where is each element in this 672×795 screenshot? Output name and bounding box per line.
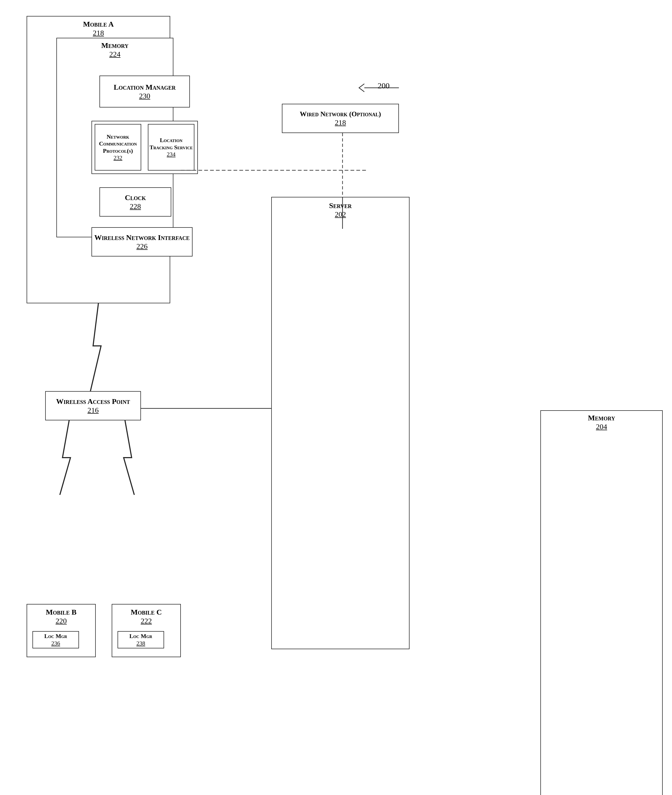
memory-a-number: 224 xyxy=(57,50,173,59)
location-tracking-title: Location Tracking Service xyxy=(149,137,194,151)
network-comm-box: Network Communication Protocol(s) 232 xyxy=(95,124,141,170)
mobile-a-box: Mobile A 218 Memory 224 Location Manager… xyxy=(27,16,170,303)
memory-server-box: Memory 204 User Database 206 User208 Lkl… xyxy=(540,410,663,795)
loc-mgr-c-title: Loc Mgr xyxy=(130,633,152,640)
wap-title: Wireless Access Point xyxy=(56,397,130,406)
wireless-ni-number: 226 xyxy=(136,242,147,251)
loc-mgr-c-number: 238 xyxy=(136,640,145,647)
location-tracking-box: Location Tracking Service 234 xyxy=(148,124,194,170)
system-number: 200 xyxy=(378,81,390,90)
wap-box: Wireless Access Point 216 xyxy=(45,391,141,420)
lightning-bolt-wap-b xyxy=(59,420,80,495)
network-comm-title: Network Communication Protocol(s) xyxy=(95,133,141,154)
location-manager-title: Location Manager xyxy=(114,83,176,92)
memory-server-title: Memory xyxy=(588,414,615,422)
wired-network-number: 218 xyxy=(335,119,346,127)
loc-mgr-b-title: Loc Mgr xyxy=(45,633,67,640)
wap-number: 216 xyxy=(88,406,99,415)
memory-a-box: Memory 224 Location Manager 230 Network … xyxy=(56,38,173,237)
mobile-b-title: Mobile B xyxy=(46,608,76,616)
server-box: Server 202 Memory 204 User Database 206 xyxy=(271,197,410,649)
mobile-b-number: 220 xyxy=(27,617,95,625)
lightning-bolt-a-wap xyxy=(88,303,109,391)
mobile-c-number: 222 xyxy=(112,617,180,625)
loc-mgr-b-number: 236 xyxy=(51,640,60,647)
memory-a-title: Memory xyxy=(101,41,128,50)
memory-server-number: 204 xyxy=(541,423,662,431)
mobile-c-title: Mobile C xyxy=(131,608,162,616)
loc-mgr-b-box: Loc Mgr 236 xyxy=(32,631,79,648)
wireless-ni-title: Wireless Network Interface xyxy=(94,233,190,242)
lightning-bolt-wap-c xyxy=(114,420,136,495)
clock-number: 228 xyxy=(130,202,141,211)
wired-network-box: Wired Network (Optional) 218 xyxy=(282,104,399,133)
location-tracking-number: 234 xyxy=(167,151,176,158)
clock-title: Clock xyxy=(125,193,146,202)
connector-wap-server xyxy=(141,406,279,411)
vertical-connector-server-top xyxy=(340,197,345,229)
wireless-ni-box: Wireless Network Interface 226 xyxy=(91,227,192,256)
network-comm-number: 232 xyxy=(114,154,122,161)
system-200-label: 200 xyxy=(356,80,410,97)
wired-network-title: Wired Network (Optional) xyxy=(300,110,381,118)
location-manager-box: Location Manager 230 xyxy=(99,75,190,107)
mobile-b-box: Mobile B 220 Loc Mgr 236 xyxy=(27,604,96,657)
mobile-a-number: 218 xyxy=(27,29,170,37)
clock-box: Clock 228 xyxy=(99,187,171,216)
network-location-container: Network Communication Protocol(s) 232 Lo… xyxy=(91,121,198,174)
mobile-a-title: Mobile A xyxy=(83,20,114,28)
dashed-horizontal-line xyxy=(181,168,367,173)
location-manager-number: 230 xyxy=(139,92,150,100)
loc-mgr-c-box: Loc Mgr 238 xyxy=(118,631,164,648)
dashed-connector-wired-server xyxy=(340,133,345,200)
mobile-c-box: Mobile C 222 Loc Mgr 238 xyxy=(112,604,181,657)
